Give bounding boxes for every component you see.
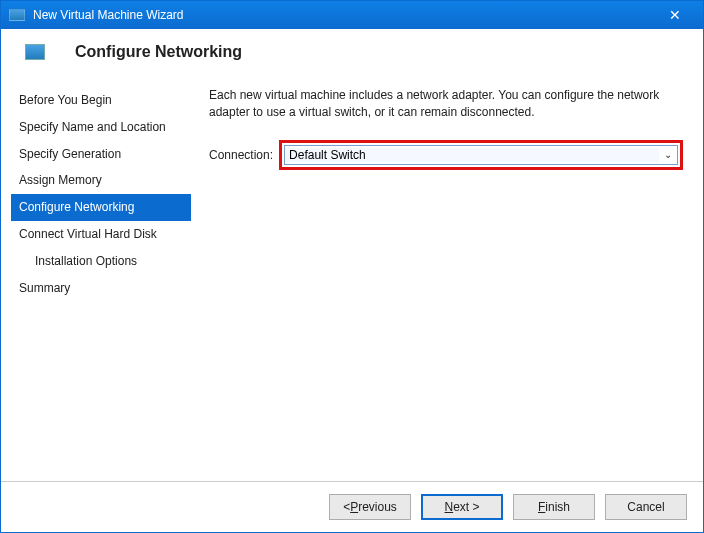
titlebar: New Virtual Machine Wizard ✕: [1, 1, 703, 29]
previous-button[interactable]: < Previous: [329, 494, 411, 520]
chevron-down-icon[interactable]: ⌄: [659, 149, 677, 160]
step-specify-generation[interactable]: Specify Generation: [11, 141, 191, 168]
page-header: Configure Networking: [1, 29, 703, 79]
connection-value: Default Switch: [285, 148, 659, 162]
step-specify-name-location[interactable]: Specify Name and Location: [11, 114, 191, 141]
app-icon: [9, 9, 25, 21]
close-button[interactable]: ✕: [655, 7, 695, 23]
next-button[interactable]: Next >: [421, 494, 503, 520]
step-connect-virtual-hard-disk[interactable]: Connect Virtual Hard Disk: [11, 221, 191, 248]
finish-button[interactable]: Finish: [513, 494, 595, 520]
page-title: Configure Networking: [75, 43, 242, 61]
connection-combobox[interactable]: Default Switch ⌄: [284, 145, 678, 165]
step-assign-memory[interactable]: Assign Memory: [11, 167, 191, 194]
wizard-body: Before You Begin Specify Name and Locati…: [1, 79, 703, 481]
connection-highlight: Default Switch ⌄: [279, 140, 683, 170]
step-summary[interactable]: Summary: [11, 275, 191, 302]
description-text: Each new virtual machine includes a netw…: [209, 87, 683, 122]
step-before-you-begin[interactable]: Before You Begin: [11, 87, 191, 114]
connection-label: Connection:: [209, 148, 273, 162]
step-sidebar: Before You Begin Specify Name and Locati…: [11, 79, 191, 481]
step-installation-options[interactable]: Installation Options: [11, 248, 191, 275]
footer: < Previous Next > Finish Cancel: [1, 481, 703, 532]
window-title: New Virtual Machine Wizard: [33, 8, 655, 22]
cancel-button[interactable]: Cancel: [605, 494, 687, 520]
step-configure-networking[interactable]: Configure Networking: [11, 194, 191, 221]
connection-row: Connection: Default Switch ⌄: [209, 140, 683, 170]
header-icon: [25, 44, 45, 60]
wizard-window: New Virtual Machine Wizard ✕ Configure N…: [0, 0, 704, 533]
content-pane: Each new virtual machine includes a netw…: [191, 79, 693, 481]
